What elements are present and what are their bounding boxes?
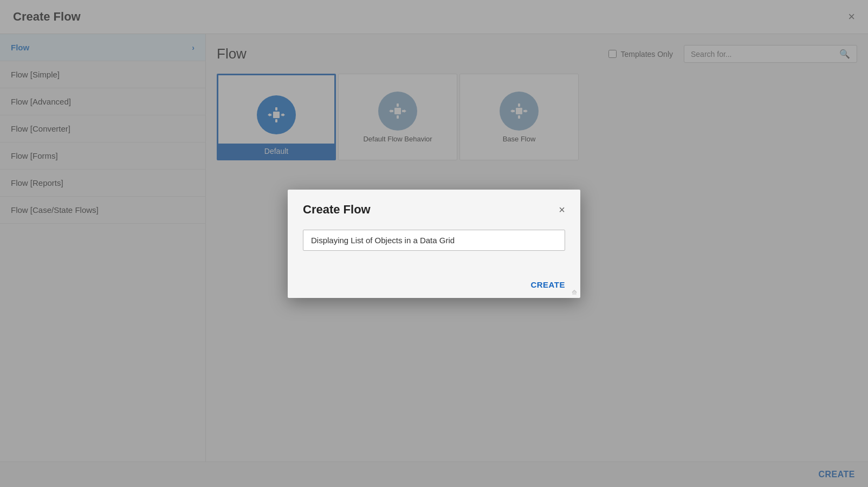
fg-dialog-title: Create Flow — [303, 203, 371, 217]
fg-dialog-body — [288, 225, 580, 274]
fg-create-flow-dialog: Create Flow × CREATE ⟰ — [288, 190, 580, 298]
fg-dialog-name-input[interactable] — [303, 230, 565, 251]
overlay: Create Flow × CREATE ⟰ — [0, 0, 868, 487]
fg-dialog-close-button[interactable]: × — [559, 204, 565, 215]
fg-create-button[interactable]: CREATE — [530, 280, 565, 289]
fg-dialog-footer: CREATE — [288, 274, 580, 298]
resize-handle-icon[interactable]: ⟰ — [572, 289, 578, 296]
fg-dialog-header: Create Flow × — [288, 190, 580, 225]
